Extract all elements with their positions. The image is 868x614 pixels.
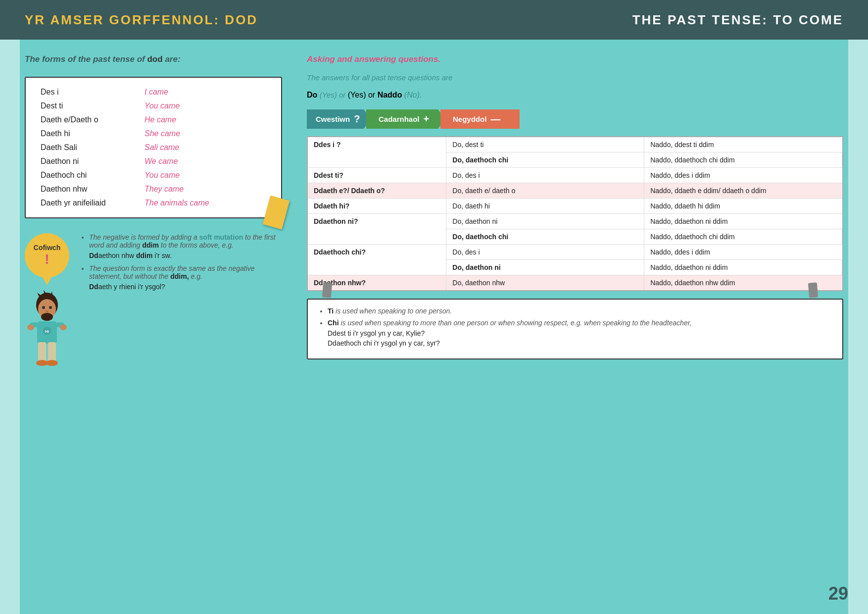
svg-point-8: [46, 310, 48, 312]
form-row: Daethoch chi You came: [36, 168, 271, 182]
english-translation: Sali came: [140, 141, 271, 154]
pos-cell: Do, des i: [446, 168, 644, 183]
bottom-notes-box: Ti is used when speaking to one person. …: [307, 299, 843, 359]
bottom-example-2: Ddaethoch chi i'r ysgol yn y car, syr?: [328, 339, 832, 347]
neg-cell-2: Naddo, ddaethon ni ddim: [644, 260, 842, 275]
clip-left: [322, 282, 333, 298]
welsh-form: Daethon nhw: [36, 182, 140, 196]
english-translation: I came: [140, 85, 271, 99]
form-row: Des i I came: [36, 85, 271, 99]
form-row: Daeth e/Daeth o He came: [36, 113, 271, 127]
intro-bold: dod: [147, 54, 162, 64]
welsh-form: Daeth e/Daeth o: [36, 113, 140, 127]
column-headers: Cwestiwn ? Cadarnhaol + Negyddol —: [307, 109, 843, 129]
svg-rect-15: [48, 342, 56, 362]
qa-subtitle: The answers for all past tense questions…: [307, 73, 843, 82]
header-question: Cwestiwn ?: [307, 109, 371, 129]
question-mark-icon: ?: [354, 113, 360, 125]
pos-cell-2: Do, daethon ni: [446, 260, 644, 275]
question-row: Ddaeth hi? Do, daeth hi Naddo, ddaeth hi…: [308, 199, 842, 214]
welsh-form: Daethoch chi: [36, 168, 140, 182]
english-translation: You came: [140, 168, 271, 182]
clip-right: [808, 282, 819, 298]
forms-box: Des i I came Dest ti You came Daeth e/Da…: [25, 77, 282, 218]
neg-cell-2: Naddo, ddaethoch chi ddim: [644, 153, 842, 168]
pos-cell: Do, daethon nhw: [446, 275, 644, 291]
neg-cell: Naddo, ddaethon ni ddim: [644, 214, 842, 229]
english-translation: He came: [140, 113, 271, 127]
questions-table: Ddes i ? Do, dest ti Naddo, ddest ti ddi…: [308, 137, 842, 290]
svg-point-7: [49, 306, 52, 309]
question-row: Ddaethon ni? Do, daethon ni Naddo, ddaet…: [308, 214, 842, 229]
minus-icon: —: [490, 113, 500, 125]
qa-title: Asking and answering questions.: [307, 54, 843, 64]
header-welsh-title: YR AMSER GORFFENNOL: DOD: [25, 12, 258, 28]
q-cell: Ddaethoch chi?: [308, 245, 446, 275]
cofiwch-label: Cofiwch: [34, 244, 60, 252]
welsh-form: Dest ti: [36, 99, 140, 113]
do-naddo-line: Do (Yes) or (Yes) or Naddo (No).: [307, 91, 843, 100]
q-cell: Ddes i ?: [308, 137, 446, 168]
header-english-title: THE PAST TENSE: TO COME: [632, 12, 843, 28]
welsh-form: Des i: [36, 85, 140, 99]
forms-table: Des i I came Dest ti You came Daeth e/Da…: [36, 85, 271, 210]
person-illustration: Hi: [25, 290, 69, 369]
bottom-note-chi: Chi is used when speaking to more than o…: [328, 319, 832, 347]
svg-point-12: [27, 324, 34, 330]
header: YR AMSER GORFFENNOL: DOD THE PAST TENSE:…: [0, 0, 868, 40]
q-cell: Ddaeth hi?: [308, 199, 446, 214]
pos-cell: Do, dest ti: [446, 137, 644, 153]
svg-point-6: [42, 306, 45, 309]
main-content: The forms of the past tense of dod are: …: [0, 40, 868, 614]
cofiwch-exclaim: !: [45, 252, 49, 267]
bottom-example-1: Ddest ti i'r ysgol yn y car, Kylie?: [328, 329, 832, 337]
question-row: Ddest ti? Do, des i Naddo, ddes i ddim: [308, 168, 842, 183]
header-positive: Cadarnhaol +: [366, 109, 445, 129]
example-2: Ddaeth y rhieni i'r ysgol?: [89, 283, 282, 291]
neg-cell: Naddo, ddaeth e ddim/ ddaeth o ddim: [644, 183, 842, 199]
welsh-form: Daethon ni: [36, 154, 140, 168]
english-translation: She came: [140, 127, 271, 141]
question-row: Ddaethon nhw? Do, daethon nhw Naddo, dda…: [308, 275, 842, 291]
welsh-form: Daeth Sali: [36, 141, 140, 154]
example-1: Ddaethon nhw ddim i'r sw.: [89, 252, 282, 259]
cofiwch-balloon: Cofiwch !: [25, 233, 69, 278]
cofiwch-section: Cofiwch !: [25, 233, 282, 369]
neg-cell: Naddo, ddes i ddim: [644, 168, 842, 183]
neg-cell: Naddo, ddest ti ddim: [644, 137, 842, 153]
question-row: Ddaethoch chi? Do, des i Naddo, ddes i d…: [308, 245, 842, 260]
svg-point-17: [46, 360, 58, 366]
english-translation: We came: [140, 154, 271, 168]
q-cell: Ddaeth e?/ Ddaeth o?: [308, 183, 446, 199]
pos-cell: Do, daethon ni: [446, 214, 644, 229]
svg-point-5: [41, 313, 53, 321]
form-row: Daethon ni We came: [36, 154, 271, 168]
bottom-note-ti: Ti is used when speaking to one person.: [328, 307, 832, 315]
welsh-form: Daeth hi: [36, 127, 140, 141]
pos-cell-2: Do, daethoch chi: [446, 153, 644, 168]
note-item-1: The negative is formed by adding a soft …: [89, 233, 282, 259]
english-translation: They came: [140, 182, 271, 196]
plus-icon: +: [424, 113, 430, 125]
questions-box: Ddes i ? Do, dest ti Naddo, ddest ti ddi…: [307, 136, 843, 291]
form-row: Dest ti You came: [36, 99, 271, 113]
form-row: Daeth yr anifeiliaid The animals came: [36, 196, 271, 210]
question-row: Ddaeth e?/ Ddaeth o? Do, daeth e/ daeth …: [308, 183, 842, 199]
pos-cell: Do, daeth e/ daeth o: [446, 183, 644, 199]
neg-cell: Naddo, ddes i ddim: [644, 245, 842, 260]
neg-cell-2: Naddo, ddaethoch chi ddim: [644, 229, 842, 245]
q-cell: Ddaethon ni?: [308, 214, 446, 245]
note-item-2: The question form is exactly the same as…: [89, 264, 282, 291]
pos-cell: Do, daeth hi: [446, 199, 644, 214]
svg-text:Hi: Hi: [45, 329, 49, 334]
form-row: Daeth hi She came: [36, 127, 271, 141]
question-row: Ddes i ? Do, dest ti Naddo, ddest ti ddi…: [308, 137, 842, 153]
english-translation: You came: [140, 99, 271, 113]
q-cell: Ddest ti?: [308, 168, 446, 183]
left-column: The forms of the past tense of dod are: …: [25, 54, 282, 599]
notes-text: The negative is formed by adding a soft …: [79, 233, 282, 296]
form-row: Daeth Sali Sali came: [36, 141, 271, 154]
welsh-form: Daeth yr anifeiliaid: [36, 196, 140, 210]
svg-rect-14: [38, 342, 46, 362]
svg-point-13: [60, 324, 67, 330]
